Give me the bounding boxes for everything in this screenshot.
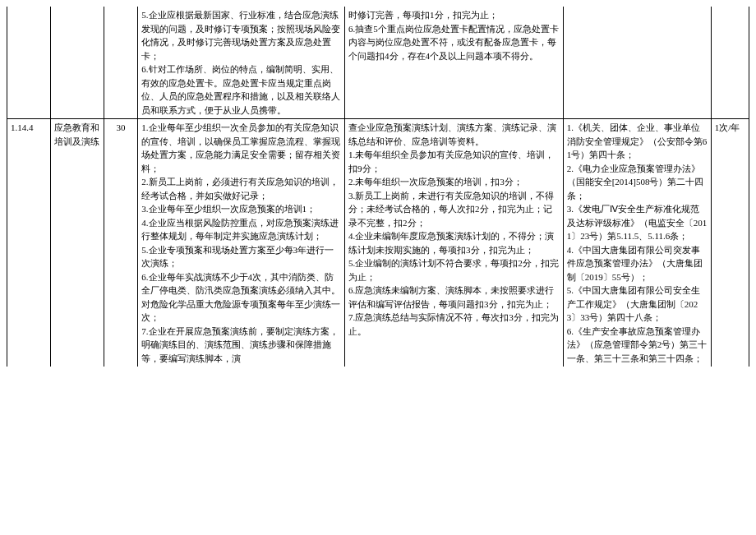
standards-table: 5.企业应根据最新国家、行业标准，结合应急演练发现的问题，及时修订专项预案；按照… (7, 7, 749, 367)
cell-item (51, 7, 104, 119)
cell-score: 30 (104, 119, 138, 367)
cell-score (104, 7, 138, 119)
cell-requirement: 5.企业应根据最新国家、行业标准，结合应急演练发现的问题，及时修订专项预案；按照… (138, 7, 345, 119)
cell-index: 1.14.4 (7, 119, 51, 367)
cell-criteria: 时修订完善，每项扣1分，扣完为止；6.抽查5个重点岗位应急处置卡配置情况，应急处… (345, 7, 564, 119)
cell-freq (711, 7, 749, 119)
cell-criteria: 查企业应急预案演练计划、演练方案、演练记录、演练总结和评价、应急培训等资料。1.… (345, 119, 564, 367)
table-row: 5.企业应根据最新国家、行业标准，结合应急演练发现的问题，及时修订专项预案；按照… (7, 7, 749, 119)
table-row: 1.14.4 应急教育和培训及演练 30 1.企业每年至少组织一次全员参加的有关… (7, 119, 749, 367)
cell-basis: 1.《机关、团体、企业、事业单位消防安全管理规定》（公安部令第61号）第四十条；… (563, 119, 711, 367)
cell-freq: 1次/年 (711, 119, 749, 367)
cell-basis (563, 7, 711, 119)
cell-index (7, 7, 51, 119)
cell-item: 应急教育和培训及演练 (51, 119, 104, 367)
cell-requirement: 1.企业每年至少组织一次全员参加的有关应急知识的宣传、培训，以确保员工掌握应急流… (138, 119, 345, 367)
